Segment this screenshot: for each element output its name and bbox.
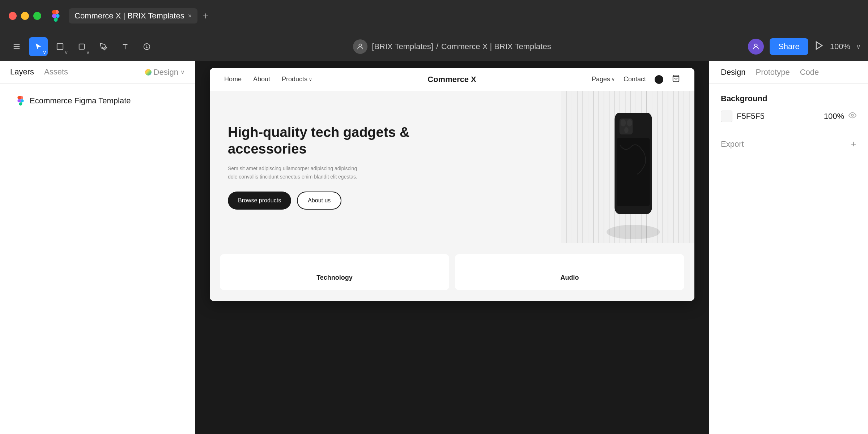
pages-dropdown-icon: ∨: [612, 77, 615, 82]
canvas[interactable]: Home About Products ∨ Commerce X Pages ∨…: [195, 61, 709, 434]
hero-buttons: Browse products About us: [228, 192, 434, 210]
toolbar: ∨ ∨ ∨: [0, 32, 868, 61]
svg-rect-44: [617, 138, 650, 206]
layers-content: Ecommerce Figma Template: [0, 84, 195, 118]
svg-rect-3: [57, 43, 63, 50]
panel-divider: [721, 131, 856, 131]
decorative-lines-svg: [561, 91, 695, 243]
layers-tab[interactable]: Layers: [10, 67, 34, 77]
select-tool-button[interactable]: ∨: [29, 37, 48, 56]
hero-image: [452, 91, 694, 243]
design-chevron-icon: ∨: [180, 69, 185, 76]
svg-rect-4: [79, 44, 85, 49]
audio-card-label: Audio: [561, 274, 579, 282]
toolbar-center: [BRIX Templates] / Commerce X | BRIX Tem…: [159, 39, 745, 54]
dark-mode-toggle[interactable]: [655, 75, 663, 84]
zoom-control[interactable]: 100%: [830, 42, 850, 51]
technology-card[interactable]: Technology: [220, 254, 449, 290]
design-tab-label: Design: [154, 68, 178, 77]
nav-products-link[interactable]: Products ∨: [282, 76, 312, 83]
browse-products-button[interactable]: Browse products: [228, 192, 291, 210]
visibility-toggle-icon[interactable]: [848, 111, 856, 121]
figma-icon: [50, 10, 61, 22]
tab-title: Commerce X | BRIX Templates: [75, 11, 184, 21]
background-section-title: Background: [721, 94, 856, 103]
about-us-button[interactable]: About us: [297, 192, 341, 210]
prototype-panel-tab[interactable]: Prototype: [756, 68, 790, 77]
background-color-row: F5F5F5 100%: [721, 111, 856, 122]
design-panel-tab[interactable]: Design: [721, 68, 745, 77]
background-color-value[interactable]: F5F5F5: [737, 112, 820, 121]
export-label: Export: [721, 139, 744, 149]
pen-tool-button[interactable]: [94, 37, 113, 56]
menu-button[interactable]: [7, 37, 26, 56]
svg-point-45: [607, 225, 660, 239]
website-preview: Home About Products ∨ Commerce X Pages ∨…: [210, 68, 694, 301]
design-color-icon: [145, 69, 152, 76]
code-panel-tab[interactable]: Code: [800, 68, 819, 77]
tab-bar: Commerce X | BRIX Templates × +: [69, 8, 859, 23]
panel-tabs: Layers Assets Design ∨: [0, 61, 195, 84]
svg-point-42: [627, 119, 632, 126]
svg-point-9: [359, 44, 362, 46]
active-tab[interactable]: Commerce X | BRIX Templates ×: [69, 8, 197, 23]
play-button[interactable]: [814, 40, 824, 53]
minimize-button[interactable]: [21, 12, 29, 20]
background-color-swatch[interactable]: [721, 111, 732, 122]
nav-contact-link[interactable]: Contact: [624, 76, 646, 83]
design-tab[interactable]: Design ∨: [145, 68, 185, 77]
toolbar-right: Share 100% ∨: [748, 38, 861, 55]
svg-point-43: [624, 127, 628, 133]
export-add-button[interactable]: +: [851, 138, 856, 150]
breadcrumb-project: Commerce X | BRIX Templates: [441, 42, 551, 51]
svg-point-5: [102, 47, 103, 47]
hero-text: High-quality tech gadgets & accessories …: [210, 91, 452, 243]
background-opacity-value[interactable]: 100%: [824, 112, 844, 121]
site-logo: Commerce X: [312, 75, 592, 84]
new-tab-button[interactable]: +: [199, 9, 212, 23]
lines-decoration: [561, 91, 695, 243]
technology-card-label: Technology: [316, 274, 353, 282]
layer-name: Ecommerce Figma Template: [30, 96, 131, 106]
comment-tool-button[interactable]: [137, 37, 156, 56]
collaborator-avatar: [748, 39, 764, 55]
assets-tab[interactable]: Assets: [44, 67, 68, 77]
products-dropdown-icon: ∨: [309, 77, 312, 82]
share-button[interactable]: Share: [770, 38, 808, 55]
breadcrumb: [BRIX Templates] / Commerce X | BRIX Tem…: [372, 42, 551, 51]
toolbar-left: ∨ ∨ ∨: [7, 37, 156, 56]
shape-tool-button[interactable]: ∨: [72, 37, 91, 56]
svg-marker-11: [816, 42, 822, 49]
site-nav: Home About Products ∨ Commerce X Pages ∨…: [210, 68, 694, 91]
breadcrumb-user: [BRIX Templates]: [372, 42, 433, 51]
svg-point-10: [754, 44, 757, 46]
svg-point-41: [620, 119, 626, 126]
right-panel-tabs: Design Prototype Code: [709, 61, 868, 84]
tab-close-button[interactable]: ×: [188, 12, 192, 20]
nav-home-link[interactable]: Home: [224, 76, 242, 83]
maximize-button[interactable]: [33, 12, 41, 20]
frame-tool-button[interactable]: ∨: [51, 37, 69, 56]
product-cards-row: Technology Audio: [210, 243, 694, 301]
breadcrumb-separator: /: [436, 42, 438, 51]
cart-icon[interactable]: [672, 74, 680, 84]
right-panel: Design Prototype Code Background F5F5F5 …: [709, 61, 868, 434]
layer-item[interactable]: Ecommerce Figma Template: [10, 91, 185, 111]
layer-figma-icon: [16, 96, 25, 106]
svg-point-12: [851, 114, 854, 116]
titlebar: Commerce X | BRIX Templates × +: [0, 0, 868, 32]
close-button[interactable]: [9, 12, 17, 20]
hero-subtitle: Sem sit amet adipiscing ullamcorper adip…: [228, 164, 358, 181]
audio-card[interactable]: Audio: [455, 254, 684, 290]
left-panel: Layers Assets Design ∨ Ecommerce Figma T…: [0, 61, 195, 434]
design-panel-content: Background F5F5F5 100% Export +: [709, 84, 868, 160]
hero-section: High-quality tech gadgets & accessories …: [210, 91, 694, 243]
nav-pages-link[interactable]: Pages ∨: [592, 76, 615, 83]
zoom-chevron-icon[interactable]: ∨: [856, 43, 861, 51]
traffic-lights: [9, 12, 41, 20]
text-tool-button[interactable]: [116, 37, 135, 56]
svg-point-8: [146, 47, 147, 48]
nav-left: Home About Products ∨: [224, 76, 312, 83]
nav-about-link[interactable]: About: [253, 76, 270, 83]
user-avatar-icon: [353, 39, 367, 54]
